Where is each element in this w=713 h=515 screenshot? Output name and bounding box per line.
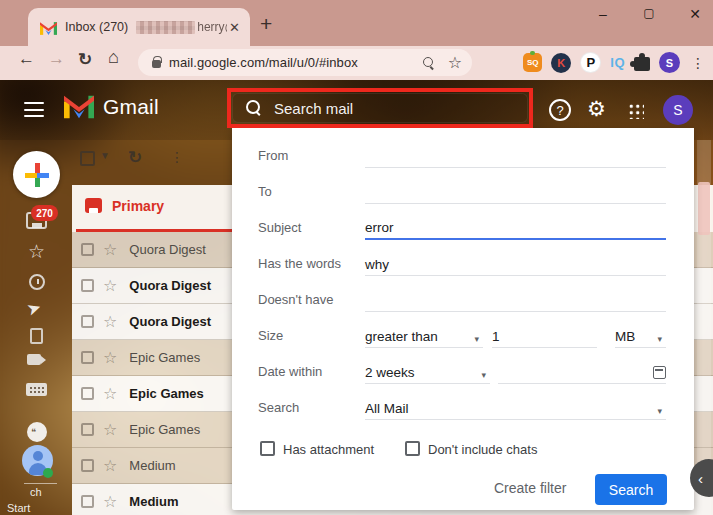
search-highlight-box: Search mail [227,88,533,128]
tab-title: Inbox (270) [65,20,128,34]
search-scope-label: Search [258,400,299,415]
size-operator-dropdown[interactable]: greater than ▾ [365,324,483,348]
tab-close-icon[interactable]: ✕ [227,20,242,35]
search-scope-dropdown[interactable]: All Mail ▾ [365,396,666,420]
keeper-extension-icon[interactable]: K [551,53,571,73]
row-star-icon[interactable]: ☆ [103,420,117,439]
row-checkbox[interactable] [81,495,94,508]
browser-window: Inbox (270) herry@ ✕ + – ▢ ✕ ← → ↻ ⌂ mai… [0,0,713,515]
size-unit-dropdown[interactable]: MB ▾ [615,324,666,348]
chevron-down-icon: ▾ [657,334,666,344]
row-star-icon[interactable]: ☆ [103,312,117,331]
dont-include-chats-label: Don't include chats [428,442,537,457]
chevron-down-icon: ▾ [657,406,666,416]
search-icon [246,100,262,116]
from-label: From [258,148,288,163]
minimize-button[interactable]: – [593,6,613,22]
list-toolbar: ▼ ↻ ⋮ [72,146,232,176]
lock-icon [152,60,161,68]
row-star-icon[interactable]: ☆ [103,276,117,295]
to-label: To [258,184,272,199]
row-checkbox[interactable] [81,351,94,364]
bookmark-star-icon[interactable]: ☆ [448,55,462,71]
chat-start-label[interactable]: Start [7,502,30,514]
search-placeholder: Search mail [274,100,353,117]
dont-include-chats-checkbox[interactable] [405,441,420,456]
row-checkbox[interactable] [81,279,94,292]
row-checkbox[interactable] [81,423,94,436]
row-star-icon[interactable]: ☆ [103,492,117,511]
has-words-input[interactable]: why [365,252,666,276]
inbox-count-badge: 270 [31,205,58,221]
iq-extension-icon[interactable]: IQ [610,55,625,70]
gear-icon[interactable]: ⚙ [587,97,606,121]
drafts-icon[interactable] [30,328,43,344]
gmail-favicon-icon [40,21,57,34]
address-bar[interactable]: mail.google.com/mail/u/0/#inbox ☆ [138,49,472,76]
has-attachment-checkbox[interactable] [260,441,275,456]
maximize-button[interactable]: ▢ [639,6,659,22]
help-icon[interactable]: ? [549,99,571,121]
meet-video-icon[interactable] [27,354,41,365]
chrome-profile-avatar[interactable]: S [659,52,680,73]
row-star-icon[interactable]: ☆ [103,240,117,259]
snoozed-icon[interactable] [29,274,45,290]
to-input[interactable] [365,180,666,204]
primary-tab-icon [85,198,102,213]
date-range-dropdown[interactable]: 2 weeks ▾ [365,360,490,384]
row-checkbox[interactable] [81,315,94,328]
seoquake-extension-icon[interactable]: SQ [523,53,542,72]
gmail-logo[interactable]: Gmail [64,95,159,119]
browser-tab[interactable]: Inbox (270) herry@ ✕ [28,8,250,46]
date-within-label: Date within [258,364,322,379]
online-status-dot [43,468,53,478]
subject-label: Subject [258,220,301,235]
gmail-m-icon [64,95,94,119]
chrome-menu-icon[interactable]: ⋮ [691,55,705,71]
starred-icon[interactable]: ☆ [28,240,45,263]
gmail-app: Gmail Search mail ? ⚙ S 270 ☆ ➤ ch Start [0,80,713,515]
subject-input[interactable]: error [365,216,666,240]
hamburger-menu-icon[interactable] [24,102,44,118]
row-checkbox[interactable] [81,243,94,256]
row-checkbox[interactable] [81,387,94,400]
browser-toolbar: ← → ↻ ⌂ mail.google.com/mail/u/0/#inbox … [0,46,713,80]
more-options-icon[interactable]: ⋮ [170,149,184,165]
chevron-down-icon: ▾ [474,334,483,344]
hangouts-icon[interactable] [27,422,47,442]
zoom-icon[interactable] [423,57,434,68]
row-star-icon[interactable]: ☆ [103,384,117,403]
refresh-icon[interactable]: ↻ [78,49,92,70]
new-tab-button[interactable]: + [260,12,272,36]
chat-contact-label: ch [30,486,42,498]
gmail-avatar[interactable]: S [663,95,693,125]
create-filter-button[interactable]: Create filter [494,480,566,496]
doesnt-have-input[interactable] [365,288,666,312]
scrollbar-thumb[interactable] [698,182,710,235]
home-icon[interactable]: ⌂ [108,47,119,68]
size-amount-input[interactable]: 1 [492,324,597,348]
forward-icon[interactable]: → [48,49,65,69]
compose-button[interactable] [13,151,60,198]
select-dropdown-icon[interactable]: ▼ [100,150,110,161]
row-star-icon[interactable]: ☆ [103,456,117,475]
url-text: mail.google.com/mail/u/0/#inbox [169,55,358,70]
keyboard-icon[interactable] [26,383,47,396]
pinterest-extension-icon[interactable]: P [580,52,601,73]
calendar-icon[interactable] [653,366,666,379]
apps-grid-icon[interactable] [628,103,644,119]
select-all-checkbox[interactable] [80,151,95,166]
search-input[interactable]: Search mail [232,93,528,123]
gmail-wordmark: Gmail [103,95,159,119]
back-icon[interactable]: ← [18,49,35,69]
filter-search-button[interactable]: Search [595,474,667,505]
row-checkbox[interactable] [81,459,94,472]
close-button[interactable]: ✕ [685,6,705,22]
extensions-puzzle-icon[interactable] [634,57,650,71]
chevron-left-icon: ‹ [698,470,703,487]
tab-bar: Inbox (270) herry@ ✕ + – ▢ ✕ [0,0,713,46]
from-input[interactable] [365,144,666,168]
refresh-list-icon[interactable]: ↻ [128,147,142,168]
date-input[interactable] [498,360,666,384]
row-star-icon[interactable]: ☆ [103,348,117,367]
